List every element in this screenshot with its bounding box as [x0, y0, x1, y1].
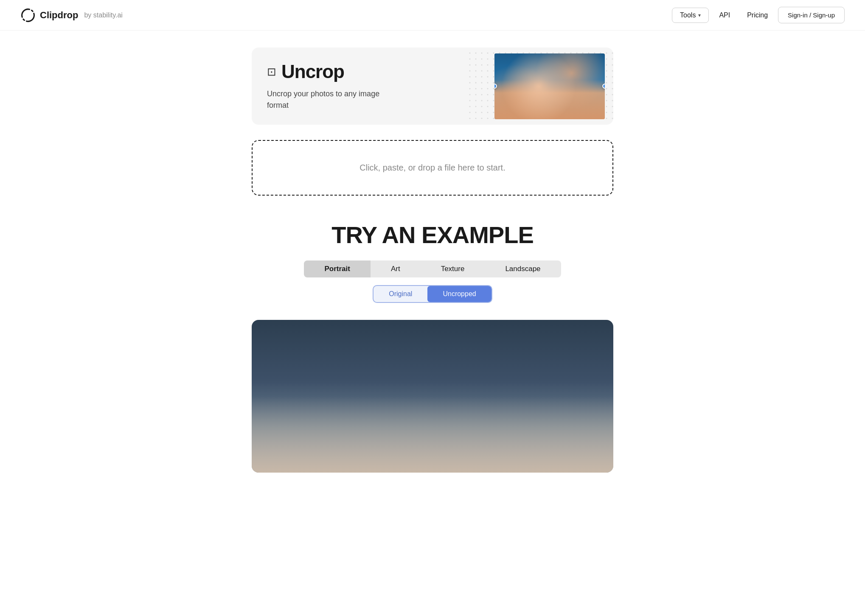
- try-section: TRY AN EXAMPLE Portrait Art Texture Land…: [252, 221, 613, 303]
- crop-handle-right[interactable]: [602, 84, 605, 89]
- hero-description: Uncrop your photos to any image format: [267, 88, 403, 111]
- navbar: Clipdrop by stability.ai Tools ▾ API Pri…: [0, 0, 865, 31]
- toggle-uncropped-button[interactable]: Uncropped: [427, 286, 491, 302]
- example-tabs: Portrait Art Texture Landscape: [252, 260, 613, 277]
- logo-link[interactable]: Clipdrop by stability.ai: [20, 8, 123, 23]
- hero-image-area: [469, 48, 613, 125]
- hero-title: Uncrop: [281, 61, 344, 82]
- main-content: ⊡ Uncrop Uncrop your photos to any image…: [242, 31, 623, 498]
- nav-links: Tools ▾ API Pricing Sign-in / Sign-up: [672, 7, 845, 23]
- chevron-down-icon: ▾: [698, 12, 701, 18]
- signin-button[interactable]: Sign-in / Sign-up: [778, 7, 845, 23]
- tab-art[interactable]: Art: [371, 260, 421, 277]
- crop-handle-left[interactable]: [494, 84, 497, 89]
- tab-texture[interactable]: Texture: [421, 260, 485, 277]
- preview-section: [252, 320, 613, 473]
- preview-image: [252, 320, 613, 473]
- tools-dropdown-button[interactable]: Tools ▾: [672, 8, 709, 23]
- api-link[interactable]: API: [712, 8, 737, 22]
- view-toggle-group: Original Uncropped: [373, 285, 492, 303]
- dropzone-text: Click, paste, or drop a file here to sta…: [359, 163, 506, 172]
- logo-brand-text: Clipdrop: [40, 10, 78, 21]
- logo-icon: [20, 8, 36, 23]
- tab-landscape[interactable]: Landscape: [485, 260, 561, 277]
- upload-dropzone[interactable]: Click, paste, or drop a file here to sta…: [252, 140, 613, 196]
- tab-portrait[interactable]: Portrait: [304, 260, 370, 277]
- uncrop-icon: ⊡: [267, 65, 276, 78]
- toggle-original-button[interactable]: Original: [374, 286, 427, 302]
- hero-card: ⊡ Uncrop Uncrop your photos to any image…: [252, 48, 613, 125]
- hero-flower-image: [494, 53, 605, 119]
- tools-label: Tools: [680, 11, 696, 19]
- hero-text-area: ⊡ Uncrop Uncrop your photos to any image…: [252, 48, 469, 125]
- pricing-link[interactable]: Pricing: [740, 8, 775, 22]
- hero-title-row: ⊡ Uncrop: [267, 61, 454, 82]
- logo-sub-text: by stability.ai: [84, 11, 122, 19]
- try-title: TRY AN EXAMPLE: [252, 221, 613, 249]
